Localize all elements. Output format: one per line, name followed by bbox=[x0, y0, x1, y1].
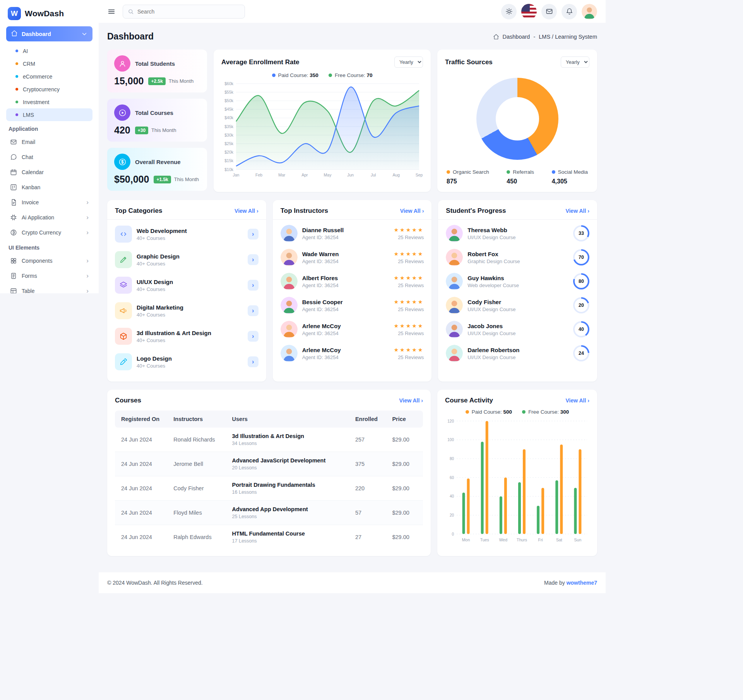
progress-ring: 80 bbox=[573, 273, 589, 289]
legend-dot bbox=[447, 170, 450, 174]
student-name: Darlene Robertson bbox=[467, 347, 519, 353]
category-arrow-button[interactable]: › bbox=[248, 356, 259, 367]
language-flag-icon[interactable] bbox=[521, 4, 537, 19]
student-name: Robert Fox bbox=[467, 251, 520, 257]
sidebar-item-dashboard[interactable]: Dashboard bbox=[6, 26, 92, 41]
donut-hole bbox=[496, 97, 539, 140]
sidebar-item-calendar[interactable]: Calendar bbox=[6, 164, 92, 180]
svg-text:120: 120 bbox=[447, 419, 454, 423]
instructor-agent-id: Agent ID: 36254 bbox=[302, 234, 344, 240]
sidebar-item-crm[interactable]: CRM bbox=[6, 57, 92, 70]
svg-text:$45k: $45k bbox=[224, 107, 234, 111]
student-item-robert-fox: Robert FoxGraphic Design Course 70 bbox=[446, 245, 589, 269]
top-instructors-view-all-link[interactable]: View All› bbox=[400, 208, 424, 214]
sidebar-item-label: AI bbox=[23, 48, 28, 54]
category-item-digital-marketing: Digital Marketing40+ Courses › bbox=[115, 298, 259, 323]
sidebar-item-components[interactable]: Components› bbox=[6, 253, 92, 268]
category-arrow-button[interactable]: › bbox=[248, 229, 259, 240]
category-arrow-button[interactable]: › bbox=[248, 305, 259, 316]
category-title: Web Development bbox=[137, 228, 187, 234]
svg-text:40: 40 bbox=[450, 494, 454, 498]
search-box bbox=[123, 5, 245, 19]
chevron-right-icon: › bbox=[86, 257, 89, 264]
messages-button[interactable] bbox=[541, 4, 557, 19]
course-activity-view-all-link[interactable]: View All› bbox=[565, 397, 589, 404]
sidebar-item-chat[interactable]: Chat bbox=[6, 149, 92, 164]
sidebar: W WowDash Dashboard AICRMeCommerceCrypto… bbox=[0, 0, 99, 293]
chevron-right-icon: › bbox=[587, 208, 589, 214]
stat-note: This Month bbox=[174, 176, 199, 182]
search-icon bbox=[128, 9, 134, 15]
notifications-button[interactable] bbox=[562, 4, 577, 19]
theme-toggle-button[interactable] bbox=[501, 4, 517, 19]
sidebar-item-forms[interactable]: Forms› bbox=[6, 268, 92, 283]
avatar bbox=[281, 345, 298, 362]
courses-card: Courses View All› Registered OnInstructo… bbox=[107, 390, 431, 556]
chevron-right-icon: › bbox=[257, 208, 259, 214]
svg-text:$30k: $30k bbox=[224, 133, 234, 137]
svg-text:$40k: $40k bbox=[224, 115, 234, 120]
search-input[interactable] bbox=[137, 9, 240, 15]
sidebar-item-ai-application[interactable]: Ai Application› bbox=[6, 210, 92, 225]
app-logo[interactable]: W WowDash bbox=[6, 5, 92, 26]
breadcrumb-home[interactable]: Dashboard bbox=[503, 34, 530, 40]
traffic-value: 875 bbox=[447, 178, 489, 185]
traffic-legend-item: Referrals450 bbox=[507, 169, 534, 185]
category-subtitle: 40+ Courses bbox=[137, 312, 183, 318]
sidebar-item-invoice[interactable]: Invoice› bbox=[6, 195, 92, 210]
pen-tool-icon bbox=[115, 353, 132, 370]
bullet-dot bbox=[15, 113, 18, 116]
sidebar-item-kanban[interactable]: Kanban bbox=[6, 180, 92, 195]
crypto-icon bbox=[10, 229, 17, 236]
sidebar-item-ecommerce[interactable]: eCommerce bbox=[6, 70, 92, 83]
avatar bbox=[281, 249, 298, 266]
stat-label: Overall Revenue bbox=[135, 159, 181, 165]
instructor-name: Albert Flores bbox=[302, 275, 339, 281]
sidebar-item-cryptocurrency[interactable]: Cryptocurrency bbox=[6, 83, 92, 96]
course-instructor: Ralph Edwards bbox=[167, 525, 226, 549]
sidebar-item-ai[interactable]: AI bbox=[6, 44, 92, 57]
sidebar-item-label: Ai Application bbox=[22, 214, 54, 221]
courses-view-all-link[interactable]: View All› bbox=[399, 397, 423, 404]
course-cell: 3d Illustration & Art Design34 Lessons bbox=[226, 428, 349, 452]
enrollment-legend: Paid Course: 350Free Course: 70 bbox=[221, 72, 423, 78]
stat-badge: +1.5k bbox=[154, 176, 171, 183]
course-date: 24 Jun 2024 bbox=[115, 452, 167, 476]
student-item-guy-hawkins: Guy HawkinsWeb developer Course 80 bbox=[446, 269, 589, 293]
menu-toggle-icon[interactable] bbox=[107, 7, 116, 16]
courses-column-instructors: Instructors bbox=[167, 411, 226, 428]
traffic-period-select[interactable]: Yearly bbox=[561, 56, 589, 68]
enrollment-period-select[interactable]: Yearly bbox=[394, 56, 423, 68]
rating-stars: ★★★★★ bbox=[394, 251, 424, 257]
page-content: Dashboard Dashboard - LMS / Learning Sys… bbox=[99, 23, 606, 556]
code-icon bbox=[115, 226, 132, 243]
category-subtitle: 40+ Courses bbox=[137, 337, 211, 343]
svg-text:Thurs: Thurs bbox=[517, 537, 527, 542]
instructor-name: Wade Warren bbox=[302, 251, 339, 257]
legend-dot bbox=[272, 74, 276, 77]
top-categories-view-all-link[interactable]: View All› bbox=[235, 208, 259, 214]
category-arrow-button[interactable]: › bbox=[248, 331, 259, 342]
course-price: $29.00 bbox=[386, 501, 423, 525]
student-course: UI/UX Design Course bbox=[467, 306, 515, 312]
courses-column-enrolled: Enrolled bbox=[349, 411, 386, 428]
application-menu: EmailChatCalendarKanbanInvoice›Ai Applic… bbox=[6, 134, 92, 240]
sidebar-item-email[interactable]: Email bbox=[6, 134, 92, 149]
sidebar-item-investment[interactable]: Investment bbox=[6, 96, 92, 108]
bullet-dot bbox=[15, 62, 18, 65]
wowtheme7-link[interactable]: wowtheme7 bbox=[567, 580, 597, 586]
sidebar-item-lms[interactable]: LMS bbox=[6, 108, 92, 121]
course-date: 24 Jun 2024 bbox=[115, 428, 167, 452]
students-progress-view-all-link[interactable]: View All› bbox=[565, 208, 589, 214]
rating-stars: ★★★★★ bbox=[394, 275, 424, 281]
category-title: Digital Marketing bbox=[137, 304, 183, 311]
svg-text:Mon: Mon bbox=[462, 537, 470, 542]
user-avatar[interactable] bbox=[582, 4, 597, 19]
category-arrow-button[interactable]: › bbox=[248, 254, 259, 265]
category-title: Graphic Design bbox=[137, 253, 180, 260]
sidebar-item-crypto-currency[interactable]: Crypto Currency› bbox=[6, 225, 92, 240]
category-arrow-button[interactable]: › bbox=[248, 280, 259, 291]
category-item-graphic-design: Graphic Design40+ Courses › bbox=[115, 247, 259, 272]
courses-column-users: Users bbox=[226, 411, 349, 428]
sidebar-item-table[interactable]: Table› bbox=[6, 283, 92, 293]
